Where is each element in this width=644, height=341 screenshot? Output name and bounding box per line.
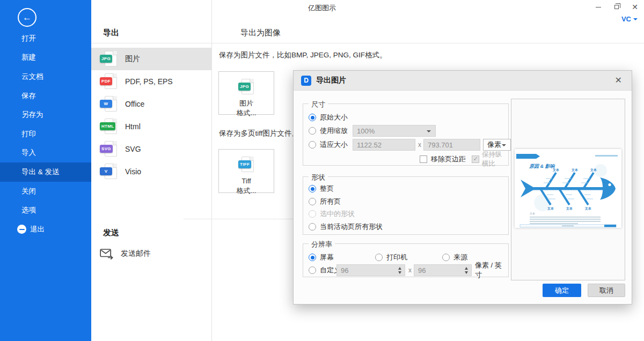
format-item-office[interactable]: W Office (91, 93, 211, 115)
format-list: JPG 图片 PDF PDF, PS, EPS W Office HTML Ht… (91, 48, 211, 183)
resolution-group: 分辨率 屏幕 打印机 来源 自定义 96 x 96 像素 / 英寸 (303, 243, 509, 277)
sidebar-item-new[interactable]: 新建 (0, 48, 91, 68)
radio-icon (309, 198, 316, 205)
radio-icon (309, 254, 316, 261)
fishbone-diagram-preview: 原因 & 影响 文本 (515, 149, 621, 228)
close-icon: ✕ (632, 3, 638, 11)
svg-text:文本: 文本 (552, 168, 559, 172)
x-separator: x (418, 141, 421, 149)
restore-button[interactable] (608, 0, 626, 14)
dpi-unit-label: 像素 / 英寸 (475, 264, 508, 276)
radio-original-size[interactable]: 原始大小 (309, 112, 348, 123)
radio-all-pages[interactable]: 所有页 (309, 196, 341, 207)
svg-file-icon: SVG (100, 140, 118, 158)
radio-use-zoom[interactable]: 使用缩放 (309, 125, 348, 137)
radio-fit-size[interactable]: 适应大小 (309, 139, 348, 151)
format-item-image[interactable]: JPG 图片 (91, 48, 211, 70)
close-button[interactable]: ✕ (626, 0, 644, 14)
sidebar-item-close-doc[interactable]: 关闭 (0, 182, 91, 201)
checkbox-keep-ratio[interactable]: 保持纵横比 (472, 153, 508, 165)
pdf-file-icon: PDF (100, 73, 118, 90)
app-logo-icon: D (301, 76, 311, 86)
restore-icon (614, 5, 619, 9)
checkbox-checked-icon (472, 155, 479, 163)
html-file-icon: HTML (100, 118, 118, 135)
radio-screen[interactable]: 屏幕 (309, 251, 334, 263)
page-title: 导出为图像 (240, 28, 281, 38)
dialog-close-icon[interactable]: ✕ (613, 75, 624, 86)
svg-text:文本: 文本 (584, 206, 591, 210)
sidebar-item-print[interactable]: 打印 (0, 124, 91, 144)
jpg-card-icon: JPG (238, 78, 254, 95)
sidebar-item-save-as[interactable]: 另存为 (0, 105, 91, 124)
spinner-icon[interactable] (398, 267, 401, 274)
radio-icon (309, 210, 316, 218)
fit-height-input[interactable]: 793.701 (423, 139, 480, 151)
checkbox-remove-margin[interactable]: 移除页边距 (420, 153, 466, 165)
radio-icon (442, 254, 450, 261)
radio-source[interactable]: 来源 (442, 251, 467, 263)
radio-icon (375, 254, 383, 261)
fit-width-input[interactable]: 1122.52 (353, 139, 415, 151)
format-item-html[interactable]: HTML Html (91, 115, 211, 138)
export-panel-title: 导出 (103, 28, 119, 38)
radio-icon (309, 141, 316, 149)
chevron-down-icon (633, 18, 638, 23)
export-image-dialog: D 导出图片 ✕ 尺寸 原始大小 使用缩放 100% 适应大小 1122.52 … (293, 70, 632, 305)
preview-page: 原因 & 影响 文本 (515, 149, 621, 228)
size-group-legend: 尺寸 (309, 100, 328, 109)
svg-text:文本: 文本 (566, 206, 573, 210)
sidebar-item-open[interactable]: 打开 (0, 29, 91, 48)
sidebar-item-export-send[interactable]: 导出 & 发送 (0, 162, 91, 182)
svg-text:文本: 文本 (530, 212, 535, 215)
spinner-icon[interactable] (465, 267, 468, 274)
sidebar-item-import[interactable]: 导入 (0, 144, 91, 163)
cancel-button[interactable]: 取消 (588, 284, 625, 297)
tiff-card-icon: TIFF (238, 156, 254, 173)
user-menu-label: VC (621, 15, 631, 23)
sidebar-item-save[interactable]: 保存 (0, 86, 91, 106)
divider (184, 219, 302, 219)
ok-button[interactable]: 确定 (543, 284, 581, 297)
checkbox-icon (420, 155, 427, 163)
radio-active-page-shapes[interactable]: 当前活动页所有形状 (309, 221, 383, 233)
svg-text:文本: 文本 (590, 168, 597, 172)
radio-custom-dpi[interactable]: 自定义 (309, 264, 341, 276)
radio-icon (309, 185, 316, 192)
radio-whole-page[interactable]: 整页 (309, 183, 334, 195)
sidebar-nav: 打开 新建 云文档 保存 另存为 打印 导入 导出 & 发送 关闭 选项 退出 (0, 29, 91, 239)
sidebar-item-options[interactable]: 选项 (0, 201, 91, 220)
back-button[interactable]: ← (18, 8, 36, 27)
dialog-header[interactable]: D 导出图片 ✕ (294, 71, 632, 91)
send-section-title: 发送 (103, 228, 119, 238)
svg-text:文本: 文本 (547, 206, 554, 210)
size-group: 尺寸 原始大小 使用缩放 100% 适应大小 1122.52 x 793.701… (303, 103, 509, 166)
sidebar-item-cloud[interactable]: 云文档 (0, 67, 91, 86)
sidebar-item-exit[interactable]: 退出 (0, 220, 91, 239)
dpi-x-input[interactable]: 96 (336, 264, 405, 276)
image-format-description: 保存为图片文件，比如BMP, JPEG, PNG, GIF格式。 (219, 50, 387, 60)
minimize-button[interactable] (589, 0, 608, 14)
word-file-icon: W (100, 95, 118, 113)
back-arrow-icon: ← (23, 12, 32, 23)
unit-dropdown[interactable]: 像素 (483, 139, 511, 151)
radio-icon (309, 114, 316, 121)
dialog-title: 导出图片 (316, 76, 346, 85)
format-item-svg[interactable]: SVG SVG (91, 138, 211, 160)
dpi-y-input[interactable]: 96 (414, 264, 472, 276)
tiff-format-card[interactable]: TIFF Tiff 格式... (218, 149, 274, 193)
send-email-item[interactable]: 发送邮件 (100, 246, 151, 262)
user-account-menu[interactable]: VC (621, 15, 638, 23)
format-item-visio[interactable]: V Visio (91, 160, 211, 183)
exit-icon (17, 225, 26, 234)
header-divider (91, 43, 644, 43)
export-panel: 导出 JPG 图片 PDF PDF, PS, EPS W Office HTML… (91, 0, 212, 341)
shape-group: 形状 整页 所有页 选中的形状 当前活动页所有形状 (303, 176, 509, 235)
resolution-group-legend: 分辨率 (309, 240, 335, 249)
format-item-pdf[interactable]: PDF PDF, PS, EPS (91, 70, 211, 93)
image-format-card[interactable]: JPG 图片 格式... (218, 71, 274, 115)
radio-printer[interactable]: 打印机 (375, 251, 407, 263)
radio-icon (309, 266, 316, 274)
minimize-icon (596, 7, 601, 8)
zoom-percent-dropdown[interactable]: 100% (353, 125, 436, 137)
